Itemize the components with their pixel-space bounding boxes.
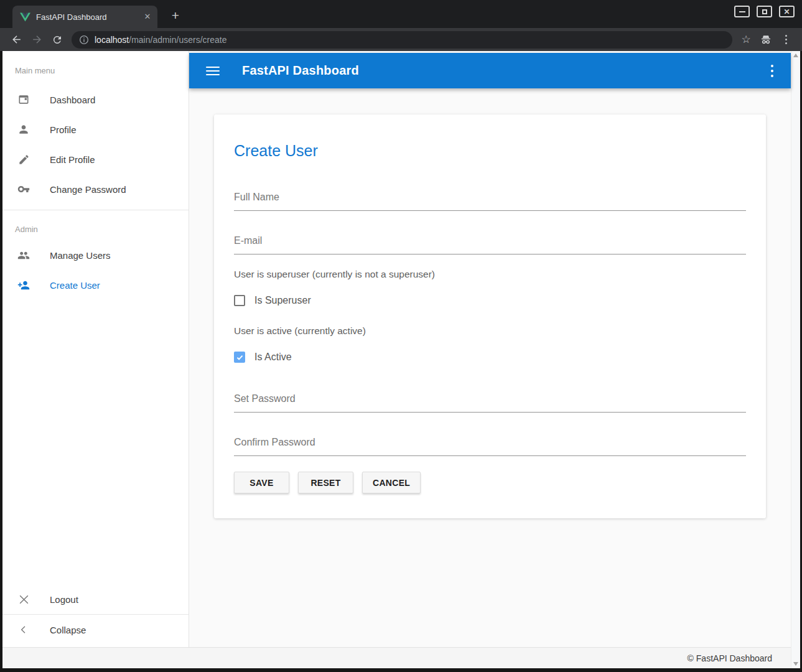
is-superuser-row: Is Superuser	[234, 295, 746, 306]
create-user-card: Create User User is superuser (currently…	[214, 114, 766, 518]
forward-icon	[31, 34, 43, 45]
sidebar-item-label: Collapse	[50, 625, 86, 635]
minimize-icon	[739, 11, 745, 12]
vue-logo-icon	[20, 12, 30, 22]
main-area: FastAPI Dashboard Create User	[189, 51, 791, 647]
scroll-down-arrow-icon[interactable]	[793, 662, 798, 666]
sidebar-item-dashboard[interactable]: Dashboard	[2, 85, 189, 114]
browser-tab[interactable]: FastAPI Dashboard ✕	[12, 6, 157, 28]
checkmark-icon	[236, 353, 244, 362]
hamburger-menu-button[interactable]	[206, 67, 220, 75]
sidebar-item-label: Profile	[50, 124, 77, 135]
page-info-icon[interactable]	[79, 35, 89, 45]
full-name-field	[234, 191, 746, 211]
reload-button[interactable]	[49, 31, 66, 49]
appbar-title: FastAPI Dashboard	[242, 63, 359, 78]
reset-button[interactable]: RESET	[298, 472, 353, 493]
logout-x-icon	[17, 593, 30, 605]
person-icon	[17, 123, 30, 136]
incognito-icon	[760, 34, 772, 46]
sidebar-section-header-main-menu: Main menu	[2, 51, 189, 77]
back-icon	[11, 34, 22, 45]
incognito-badge[interactable]	[757, 31, 775, 49]
sidebar-item-create-user[interactable]: Create User	[2, 270, 189, 300]
cancel-button[interactable]: CANCEL	[362, 472, 421, 493]
full-name-input[interactable]	[234, 191, 746, 210]
sidebar-item-collapse[interactable]: Collapse	[2, 615, 189, 645]
app-bar: FastAPI Dashboard	[189, 53, 791, 88]
close-button[interactable]: ✕	[779, 6, 795, 17]
back-button[interactable]	[7, 31, 25, 49]
reload-icon	[52, 34, 63, 45]
browser-menu-button[interactable]	[777, 31, 795, 49]
email-field	[234, 235, 746, 254]
minimize-button[interactable]	[734, 6, 750, 17]
page-title: Create User	[234, 142, 746, 160]
bookmark-button[interactable]: ☆	[737, 31, 755, 49]
superuser-note: User is superuser (currently is not a su…	[234, 268, 746, 280]
maximize-button[interactable]	[757, 6, 772, 17]
confirm-password-input[interactable]	[234, 436, 746, 455]
url-host: localhost	[95, 35, 129, 45]
sidebar-item-edit-profile[interactable]: Edit Profile	[2, 144, 189, 174]
is-superuser-label: Is Superuser	[254, 295, 311, 306]
forward-button[interactable]	[28, 31, 45, 49]
person-add-icon	[17, 279, 30, 291]
browser-toolbar: localhost/main/admin/users/create ☆	[0, 28, 802, 51]
toolbar-right: ☆	[737, 31, 795, 49]
save-button[interactable]: SAVE	[234, 472, 289, 493]
tab-title: FastAPI Dashboard	[36, 12, 136, 22]
chevron-left-icon	[17, 623, 30, 636]
sidebar-item-manage-users[interactable]: Manage Users	[2, 240, 189, 270]
page-footer: © FastAPI Dashboard	[2, 647, 791, 668]
active-note: User is active (currently active)	[234, 325, 746, 337]
new-tab-button[interactable]: +	[167, 8, 184, 23]
sidebar-item-label: Manage Users	[50, 250, 111, 261]
vertical-scrollbar[interactable]	[791, 51, 800, 668]
set-password-input[interactable]	[234, 393, 746, 412]
url-text: localhost/main/admin/users/create	[95, 35, 226, 45]
sidebar-item-change-password[interactable]: Change Password	[2, 174, 189, 204]
url-path: /main/admin/users/create	[129, 35, 226, 45]
sidebar: Main menu Dashboard	[2, 51, 189, 647]
url-bar[interactable]: localhost/main/admin/users/create	[72, 31, 732, 49]
kebab-menu-icon	[785, 35, 787, 44]
is-active-checkbox[interactable]	[234, 352, 245, 363]
confirm-password-field	[234, 436, 746, 456]
sidebar-item-label: Change Password	[50, 184, 126, 195]
copyright-text: © FastAPI Dashboard	[688, 653, 772, 663]
form-actions: SAVE RESET CANCEL	[234, 472, 746, 493]
maximize-icon	[762, 9, 767, 14]
sidebar-item-label: Edit Profile	[50, 154, 95, 165]
group-icon	[17, 249, 30, 261]
sidebar-section-header-admin: Admin	[2, 210, 189, 235]
is-superuser-checkbox[interactable]	[234, 295, 245, 306]
key-icon	[17, 183, 30, 195]
sidebar-item-label: Logout	[50, 594, 78, 605]
appbar-menu-button[interactable]	[766, 62, 778, 80]
sidebar-item-logout[interactable]: Logout	[2, 584, 189, 614]
page-content: Create User User is superuser (currently…	[189, 88, 791, 647]
is-active-row: Is Active	[234, 352, 746, 363]
tab-close-icon[interactable]: ✕	[141, 11, 154, 23]
set-password-field	[234, 393, 746, 413]
close-icon: ✕	[783, 8, 790, 16]
dashboard-icon	[17, 93, 30, 106]
pencil-icon	[17, 153, 30, 166]
sidebar-item-label: Create User	[50, 280, 100, 291]
sidebar-item-label: Dashboard	[50, 95, 95, 105]
scroll-up-arrow-icon[interactable]	[793, 54, 798, 57]
tab-strip: FastAPI Dashboard ✕ + ✕	[0, 0, 802, 28]
app-viewport: Main menu Dashboard	[0, 51, 802, 672]
is-active-label: Is Active	[254, 352, 292, 363]
browser-window: FastAPI Dashboard ✕ + ✕ localhost/main/a…	[0, 0, 802, 672]
email-input[interactable]	[234, 235, 746, 254]
window-controls: ✕	[734, 6, 795, 17]
star-icon: ☆	[741, 33, 750, 46]
sidebar-item-profile[interactable]: Profile	[2, 114, 189, 144]
